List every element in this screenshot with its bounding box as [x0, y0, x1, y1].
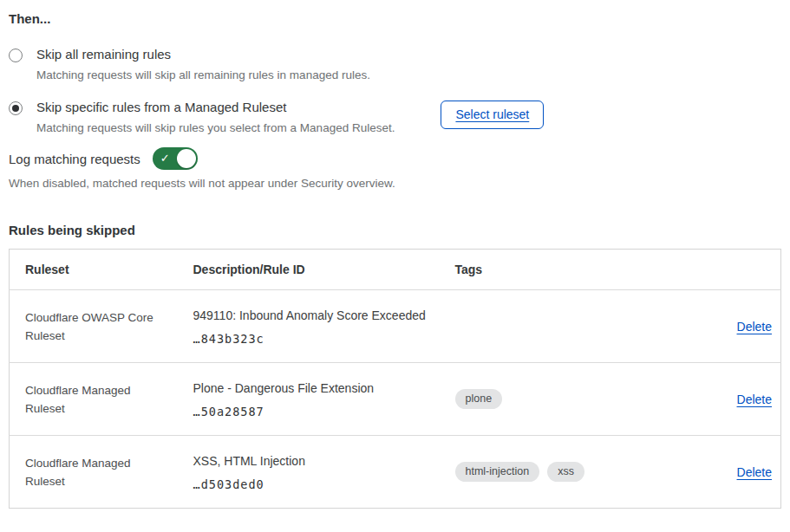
delete-link[interactable]: Delete [737, 320, 772, 334]
action-cell: Delete [688, 363, 781, 436]
radio-skip-specific[interactable] [9, 101, 23, 115]
radio-text-block: Skip specific rules from a Managed Rules… [36, 99, 395, 136]
option-description: Matching requests will skip all remainin… [36, 68, 370, 83]
select-ruleset-button[interactable]: Select ruleset [441, 101, 544, 129]
toggle-knob [177, 149, 196, 168]
delete-link[interactable]: Delete [737, 465, 772, 479]
rule-description: 949110: Inbound Anomaly Score Exceeded [193, 308, 447, 323]
column-header-description: Description/Rule ID [193, 250, 455, 290]
tags-wrap: plone [455, 389, 679, 410]
then-heading: Then... [9, 11, 780, 26]
description-cell: XSS, HTML Injection …d503ded0 [193, 436, 455, 509]
option-skip-specific-rules-row: Skip specific rules from a Managed Rules… [9, 99, 780, 136]
ruleset-cell: Cloudflare Managed Ruleset [10, 436, 193, 509]
table-row: Cloudflare Managed Ruleset XSS, HTML Inj… [10, 436, 781, 509]
select-ruleset-button-label: Select ruleset [455, 107, 529, 121]
rules-table-body: Cloudflare OWASP Core Ruleset 949110: In… [10, 290, 781, 509]
rule-id: …d503ded0 [193, 477, 447, 491]
ruleset-name: Cloudflare Managed Ruleset [25, 381, 164, 418]
rule-action-panel: Then... Skip all remaining rules Matchin… [0, 0, 790, 509]
radio-skip-all-remaining[interactable] [9, 49, 23, 62]
tags-cell: plone [455, 363, 688, 436]
ruleset-name: Cloudflare OWASP Core Ruleset [25, 308, 164, 345]
rule-description: Plone - Dangerous File Extension [193, 380, 447, 396]
delete-link[interactable]: Delete [737, 393, 772, 406]
action-cell: Delete [688, 436, 781, 509]
log-matching-requests-toggle[interactable]: ✓ [153, 147, 198, 170]
log-setting-description: When disabled, matched requests will not… [9, 177, 780, 190]
ruleset-name: Cloudflare Managed Ruleset [25, 454, 164, 490]
rule-id: …50a28587 [193, 405, 447, 418]
option-description: Matching requests will skip rules you se… [36, 120, 395, 136]
description-cell: 949110: Inbound Anomaly Score Exceeded …… [193, 290, 455, 363]
tags-cell [455, 290, 688, 363]
column-header-tags: Tags [455, 250, 688, 290]
tag-pill: html-injection [455, 462, 540, 483]
radio-text-block: Skip all remaining rules Matching reques… [36, 46, 370, 83]
option-skip-specific-rules: Skip specific rules from a Managed Rules… [9, 99, 395, 136]
tag-pill: plone [455, 389, 503, 410]
tag-pill: xss [547, 462, 584, 483]
table-header-row: Ruleset Description/Rule ID Tags [10, 250, 781, 290]
tags-wrap: html-injectionxss [455, 462, 679, 483]
rule-id: …843b323c [193, 332, 447, 346]
rules-being-skipped-table: Ruleset Description/Rule ID Tags Cloudfl… [9, 249, 781, 509]
rule-description: XSS, HTML Injection [193, 453, 447, 469]
option-label[interactable]: Skip all remaining rules [36, 46, 370, 63]
option-skip-all-remaining-rules: Skip all remaining rules Matching reques… [9, 46, 780, 83]
log-matching-requests-row: Log matching requests ✓ [9, 147, 780, 170]
column-header-ruleset: Ruleset [10, 250, 193, 290]
ruleset-cell: Cloudflare Managed Ruleset [10, 363, 193, 436]
table-row: Cloudflare OWASP Core Ruleset 949110: In… [10, 290, 781, 363]
tags-cell: html-injectionxss [455, 436, 688, 509]
rules-being-skipped-heading: Rules being skipped [9, 223, 780, 237]
ruleset-cell: Cloudflare OWASP Core Ruleset [10, 290, 193, 363]
check-icon: ✓ [160, 152, 170, 164]
log-matching-requests-label: Log matching requests [9, 152, 140, 166]
action-cell: Delete [688, 290, 781, 363]
table-row: Cloudflare Managed Ruleset Plone - Dange… [10, 363, 781, 436]
option-label[interactable]: Skip specific rules from a Managed Rules… [36, 99, 395, 116]
column-header-actions [688, 250, 781, 290]
description-cell: Plone - Dangerous File Extension …50a285… [193, 363, 455, 436]
